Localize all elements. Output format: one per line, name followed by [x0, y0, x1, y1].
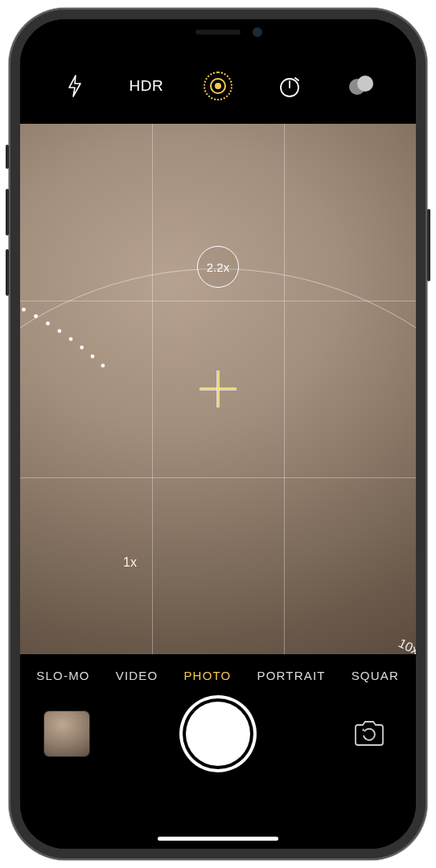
camera-viewfinder[interactable]: 2.2x 1x 10x	[20, 124, 416, 654]
mode-slomo[interactable]: SLO-MO	[36, 669, 89, 682]
speaker-grill	[195, 30, 241, 35]
zoom-arc-dots	[20, 268, 218, 654]
zoom-min-label: 1x	[123, 555, 137, 570]
power-button[interactable]	[427, 209, 430, 281]
svg-point-32	[47, 322, 49, 325]
svg-point-30	[23, 309, 25, 311]
mode-photo[interactable]: PHOTO	[183, 669, 231, 682]
svg-point-31	[35, 315, 37, 317]
timer-icon	[278, 74, 302, 98]
live-photo-icon	[204, 72, 232, 100]
home-indicator[interactable]	[158, 837, 278, 841]
last-photo-thumbnail[interactable]	[44, 711, 89, 756]
screen: HDR	[20, 19, 416, 849]
mode-square[interactable]: SQUARE	[352, 669, 400, 682]
front-camera-dot	[253, 27, 262, 37]
bottom-bar: SLO-MO VIDEO PHOTO PORTRAIT SQUARE	[20, 654, 416, 849]
hdr-toggle[interactable]: HDR	[114, 77, 178, 95]
flip-camera-button[interactable]	[347, 711, 392, 756]
svg-point-33	[59, 330, 61, 332]
svg-point-36	[92, 355, 94, 358]
zoom-dial[interactable]: 2.2x	[20, 268, 416, 654]
capture-controls	[20, 702, 416, 766]
flip-camera-icon	[352, 719, 387, 748]
mode-portrait[interactable]: PORTRAIT	[257, 669, 325, 682]
flash-toggle[interactable]	[43, 74, 106, 98]
mute-switch[interactable]	[6, 145, 9, 169]
notch	[134, 19, 302, 45]
shutter-button[interactable]	[186, 702, 250, 766]
flash-icon	[67, 74, 83, 98]
filters-toggle[interactable]	[330, 76, 393, 96]
mode-video[interactable]: VIDEO	[116, 669, 158, 682]
filters-icon	[349, 76, 373, 96]
zoom-current-value[interactable]: 2.2x	[197, 246, 239, 288]
live-photo-toggle[interactable]	[186, 72, 249, 100]
volume-up-button[interactable]	[6, 189, 9, 235]
iphone-device-frame: HDR	[9, 8, 427, 860]
svg-point-35	[80, 346, 83, 349]
svg-point-37	[102, 365, 105, 367]
timer-toggle[interactable]	[258, 74, 322, 98]
svg-point-34	[70, 338, 72, 340]
volume-down-button[interactable]	[6, 249, 9, 296]
capture-modes[interactable]: SLO-MO VIDEO PHOTO PORTRAIT SQUARE	[20, 662, 416, 695]
